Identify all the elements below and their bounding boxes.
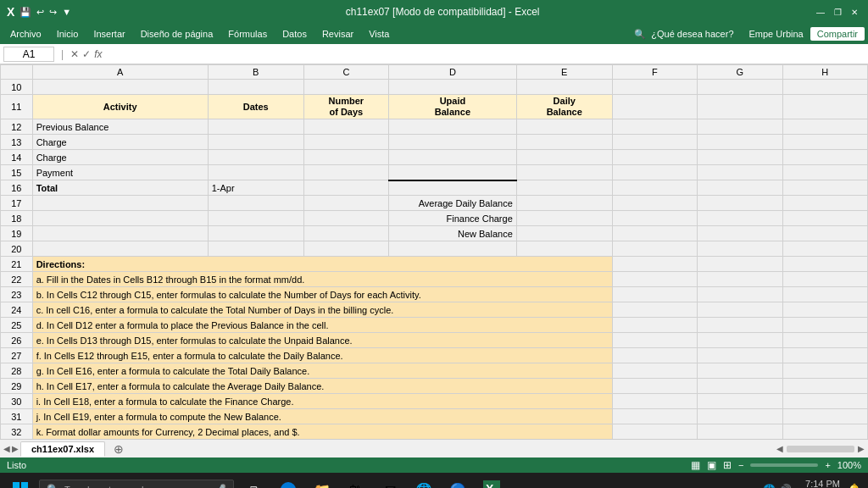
cell-a15[interactable]: Payment (32, 165, 208, 180)
cell-a17[interactable] (32, 196, 208, 211)
cell-c17[interactable] (303, 196, 388, 211)
cell-h29[interactable] (782, 379, 867, 394)
cell-reference-input[interactable] (3, 47, 54, 62)
clock[interactable]: 7:14 PM 3/22/2019 (798, 478, 840, 488)
cell-g13[interactable] (698, 135, 782, 150)
cell-e12[interactable] (516, 119, 612, 135)
cell-d15[interactable] (389, 165, 517, 180)
cell-g20[interactable] (698, 241, 782, 257)
cell-g28[interactable] (698, 363, 782, 379)
scroll-tabs-right-icon[interactable]: ▶ (12, 444, 19, 453)
cell-h19[interactable] (782, 226, 867, 241)
cell-h13[interactable] (782, 135, 867, 150)
app-icon-2[interactable]: 🔵 (442, 474, 473, 488)
add-sheet-button[interactable]: ⊕ (107, 441, 131, 458)
restore-button[interactable]: ❐ (831, 5, 844, 19)
accept-formula-icon[interactable]: ✓ (82, 48, 91, 60)
cancel-formula-icon[interactable]: ✕ (70, 48, 79, 60)
cell-f30[interactable] (612, 394, 697, 409)
cell-f23[interactable] (612, 287, 697, 302)
col-header-d[interactable]: D (389, 65, 517, 80)
cell-h28[interactable] (782, 363, 867, 379)
cell-h17[interactable] (782, 196, 867, 211)
cell-d14[interactable] (389, 150, 517, 165)
cell-a27[interactable]: f. In Cells E12 through E15, enter a for… (32, 348, 612, 363)
mail-app[interactable]: ✉ (375, 474, 405, 488)
menu-insertar[interactable]: Insertar (86, 27, 131, 41)
menu-inicio[interactable]: Inicio (50, 27, 86, 41)
cell-d20[interactable] (389, 241, 517, 257)
cell-g15[interactable] (698, 165, 782, 180)
cell-e16[interactable] (516, 180, 612, 196)
sheet-container[interactable]: A B C D E F G H 10 (0, 64, 868, 439)
cell-a31[interactable]: j. In Cell E19, enter a formula to compu… (32, 409, 612, 424)
cell-c15[interactable] (303, 165, 388, 180)
customize-icon[interactable]: ▼ (62, 7, 71, 17)
cell-a29[interactable]: h. In Cell E17, enter a formula to calcu… (32, 379, 612, 394)
sheet-tab-ch11ex07[interactable]: ch11ex07.xlsx (20, 441, 105, 457)
cell-f11[interactable] (612, 95, 697, 119)
view-layout-icon[interactable]: ▣ (707, 459, 716, 471)
cell-d10[interactable] (389, 80, 517, 95)
cell-g12[interactable] (698, 119, 782, 135)
cell-c18[interactable] (303, 211, 388, 226)
cell-e14[interactable] (516, 150, 612, 165)
cell-f14[interactable] (612, 150, 697, 165)
cell-e20[interactable] (516, 241, 612, 257)
cell-g31[interactable] (698, 409, 782, 424)
col-header-g[interactable]: G (698, 65, 782, 80)
cell-f16[interactable] (612, 180, 697, 196)
cell-a30[interactable]: i. In Cell E18, enter a formula to calcu… (32, 394, 612, 409)
cell-h32[interactable] (782, 424, 867, 439)
cell-f17[interactable] (612, 196, 697, 211)
cell-f15[interactable] (612, 165, 697, 180)
cell-a25[interactable]: d. In Cell D12 enter a formula to place … (32, 318, 612, 333)
col-header-e[interactable]: E (516, 65, 612, 80)
zoom-slider[interactable] (750, 463, 818, 467)
col-header-h[interactable]: H (782, 65, 867, 80)
cell-g11[interactable] (698, 95, 782, 119)
cell-g26[interactable] (698, 333, 782, 348)
up-arrow-icon[interactable]: ▲ (751, 485, 760, 489)
edge-app[interactable]: e (273, 474, 303, 488)
cell-b19[interactable] (208, 226, 303, 241)
cell-c19[interactable] (303, 226, 388, 241)
cell-e18[interactable] (516, 211, 612, 226)
cell-f24[interactable] (612, 302, 697, 318)
cell-h22[interactable] (782, 272, 867, 287)
cell-h16[interactable] (782, 180, 867, 196)
cell-a11[interactable]: Activity (32, 95, 208, 119)
col-header-c[interactable]: C (303, 65, 388, 80)
cell-g21[interactable] (698, 257, 782, 272)
cell-a26[interactable]: e. In Cells D13 through D15, enter formu… (32, 333, 612, 348)
zoom-out-icon[interactable]: − (738, 460, 743, 470)
cell-h12[interactable] (782, 119, 867, 135)
windows-start-button[interactable] (7, 476, 34, 488)
cell-f32[interactable] (612, 424, 697, 439)
cell-h24[interactable] (782, 302, 867, 318)
cell-g23[interactable] (698, 287, 782, 302)
cell-b18[interactable] (208, 211, 303, 226)
cell-a19[interactable] (32, 226, 208, 241)
undo-icon[interactable]: ↩ (36, 7, 44, 18)
view-pagebreak-icon[interactable]: ⊞ (723, 459, 732, 471)
cell-c14[interactable] (303, 150, 388, 165)
cell-a32[interactable]: k. Format dollar amounts for Currency, 2… (32, 424, 612, 439)
cell-g30[interactable] (698, 394, 782, 409)
cell-g29[interactable] (698, 379, 782, 394)
cell-b12[interactable] (208, 119, 303, 135)
cell-f19[interactable] (612, 226, 697, 241)
cell-h20[interactable] (782, 241, 867, 257)
cell-f22[interactable] (612, 272, 697, 287)
share-button[interactable]: Compartir (810, 27, 865, 41)
cell-f27[interactable] (612, 348, 697, 363)
cell-a23[interactable]: b. In Cells C12 through C15, enter formu… (32, 287, 612, 302)
menu-formulas[interactable]: Fórmulas (221, 27, 274, 41)
col-header-f[interactable]: F (612, 65, 697, 80)
cell-f31[interactable] (612, 409, 697, 424)
cell-f13[interactable] (612, 135, 697, 150)
cell-h31[interactable] (782, 409, 867, 424)
cell-b11[interactable]: Dates (208, 95, 303, 119)
taskview-button[interactable]: ⧉ (239, 474, 270, 488)
cell-d17[interactable]: Average Daily Balance (389, 196, 517, 211)
